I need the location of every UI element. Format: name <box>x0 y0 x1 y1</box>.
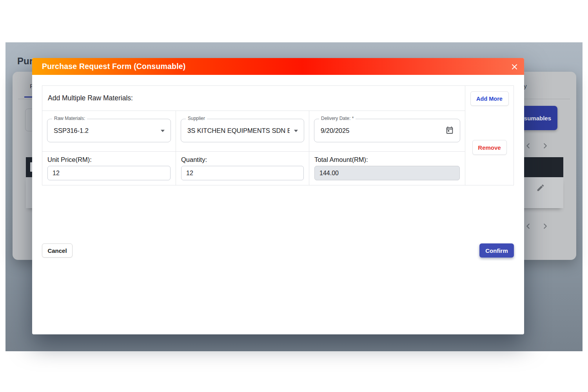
pagination-prev-icon[interactable] <box>523 221 533 231</box>
quantity-input[interactable] <box>181 166 304 180</box>
consumables-button-label: sumables <box>524 115 551 122</box>
remove-button[interactable]: Remove <box>472 140 507 155</box>
row-actions-cell: Add More Remove <box>465 86 514 185</box>
modal-title: Purchase Request Form (Consumable) <box>42 62 186 71</box>
close-icon[interactable] <box>509 62 519 72</box>
quantity-label: Quantity: <box>181 156 309 163</box>
edit-icon[interactable] <box>536 183 546 193</box>
supplier-select[interactable]: Supplier 3S KITCHEN EQUIPMENTS SDN B... <box>181 119 304 142</box>
raw-materials-form: Add Multiple Raw Materials: Add More Rem… <box>42 85 514 185</box>
cancel-button[interactable]: Cancel <box>42 243 73 258</box>
pagination-next-icon[interactable] <box>541 141 550 151</box>
confirm-button[interactable]: Confirm <box>479 243 514 258</box>
dropdown-caret-icon <box>294 130 298 132</box>
purchase-request-modal: Purchase Request Form (Consumable) Add M… <box>32 58 524 334</box>
raw-materials-value: SSP316-1.2 <box>54 127 89 134</box>
delivery-date-field[interactable]: Delivery Date: * 9/20/2025 <box>314 119 460 142</box>
section-label: Add Multiple Raw Materials: <box>42 86 465 111</box>
total-amount-label: Total Amount(RM): <box>314 156 465 163</box>
raw-materials-label: Raw Materials: <box>52 116 87 121</box>
pagination-next-icon[interactable] <box>541 221 550 231</box>
supplier-label: Supplier <box>186 116 207 121</box>
raw-materials-select[interactable]: Raw Materials: SSP316-1.2 <box>47 119 171 142</box>
unit-price-label: Unit Price(RM): <box>47 156 176 163</box>
supplier-value: 3S KITCHEN EQUIPMENTS SDN B... <box>187 127 290 134</box>
delivery-date-value: 9/20/2025 <box>321 127 349 134</box>
total-amount-input <box>314 166 460 180</box>
modal-header: Purchase Request Form (Consumable) <box>32 58 524 75</box>
dropdown-caret-icon <box>161 130 165 132</box>
tab-history[interactable]: y <box>524 83 527 90</box>
unit-price-input[interactable] <box>47 166 171 180</box>
pagination-prev-icon[interactable] <box>523 141 533 151</box>
delivery-date-label: Delivery Date: * <box>319 116 356 121</box>
calendar-icon[interactable] <box>445 126 454 135</box>
screen: Pur P y S sumables <box>0 0 588 392</box>
page-title: Pur <box>17 56 33 67</box>
add-more-button[interactable]: Add More <box>470 91 509 106</box>
